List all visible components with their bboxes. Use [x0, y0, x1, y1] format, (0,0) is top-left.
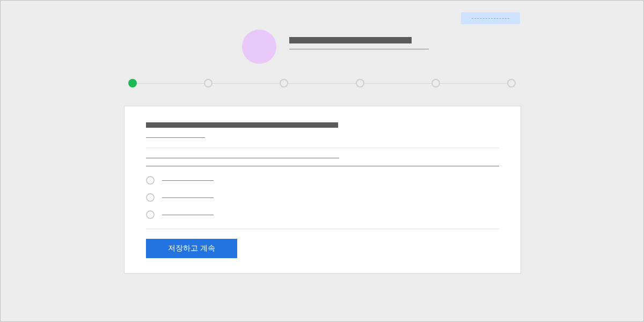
- page-subtitle: [289, 49, 290, 50]
- section-subtitle-line: [146, 137, 205, 138]
- field-value: [146, 166, 147, 167]
- avatar: [242, 30, 276, 64]
- radio-label-line: [162, 197, 214, 198]
- top-action-pill[interactable]: [461, 12, 520, 24]
- radio-icon: [146, 193, 155, 202]
- step-6[interactable]: [507, 79, 516, 87]
- radio-option-1[interactable]: [146, 176, 499, 185]
- progress-stepper: [128, 79, 516, 87]
- step-5[interactable]: [431, 79, 440, 87]
- field-label-line: [146, 158, 339, 158]
- top-action-placeholder-line: [472, 18, 509, 19]
- title-block: [289, 30, 429, 49]
- form-card: 저장하고 계속: [124, 106, 521, 274]
- radio-group: [146, 176, 499, 219]
- page-subtitle-line: [289, 49, 429, 49]
- radio-icon: [146, 210, 155, 219]
- radio-option-2[interactable]: [146, 193, 499, 202]
- radio-icon: [146, 176, 155, 185]
- form-field: [146, 158, 499, 166]
- divider: [146, 148, 499, 148]
- radio-label-line: [162, 180, 214, 181]
- step-4[interactable]: [356, 79, 364, 87]
- page-header: [242, 30, 429, 64]
- radio-option-3[interactable]: [146, 210, 499, 219]
- save-continue-button[interactable]: 저장하고 계속: [146, 239, 237, 258]
- section-title-placeholder: [146, 122, 338, 128]
- step-1[interactable]: [128, 79, 137, 87]
- radio-label-line: [162, 215, 214, 215]
- step-3[interactable]: [280, 79, 288, 87]
- save-continue-label: 저장하고 계속: [168, 244, 215, 253]
- page-title-placeholder: [289, 37, 412, 43]
- divider: [146, 229, 499, 229]
- text-input[interactable]: [146, 166, 499, 166]
- step-2[interactable]: [204, 79, 213, 87]
